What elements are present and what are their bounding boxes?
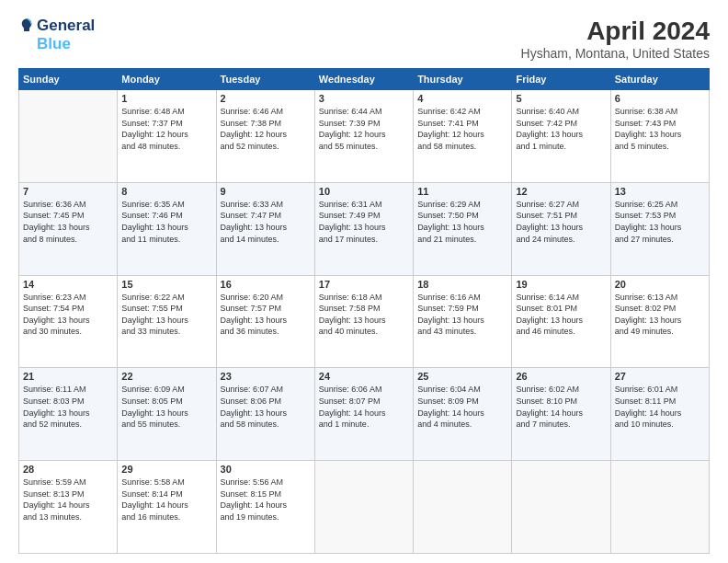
table-row: 17Sunrise: 6:18 AM Sunset: 7:58 PM Dayli…: [314, 275, 413, 368]
table-row: [414, 461, 512, 554]
day-number: 24: [319, 371, 409, 382]
calendar-header-row: Sunday Monday Tuesday Wednesday Thursday…: [19, 69, 710, 90]
day-number: 25: [417, 371, 507, 382]
day-info: Sunrise: 6:20 AM Sunset: 7:57 PM Dayligh…: [221, 292, 311, 338]
day-info: Sunrise: 6:27 AM Sunset: 7:51 PM Dayligh…: [516, 199, 606, 245]
day-number: 6: [615, 93, 705, 104]
day-info: Sunrise: 6:44 AM Sunset: 7:39 PM Dayligh…: [319, 106, 409, 152]
day-number: 15: [121, 279, 211, 290]
day-number: 28: [23, 464, 113, 475]
table-row: 21Sunrise: 6:11 AM Sunset: 8:03 PM Dayli…: [19, 368, 118, 461]
calendar-week-row: 21Sunrise: 6:11 AM Sunset: 8:03 PM Dayli…: [19, 368, 710, 461]
table-row: 19Sunrise: 6:14 AM Sunset: 8:01 PM Dayli…: [512, 275, 610, 368]
calendar-week-row: 28Sunrise: 5:59 AM Sunset: 8:13 PM Dayli…: [19, 461, 710, 554]
table-row: [314, 461, 413, 554]
table-row: 22Sunrise: 6:09 AM Sunset: 8:05 PM Dayli…: [118, 368, 216, 461]
day-number: 21: [23, 371, 113, 382]
day-number: 11: [417, 186, 507, 197]
header-monday: Monday: [118, 69, 216, 90]
day-number: 22: [121, 371, 211, 382]
header-saturday: Saturday: [610, 69, 709, 90]
header-tuesday: Tuesday: [216, 69, 314, 90]
logo-general: General: [37, 17, 95, 35]
header-thursday: Thursday: [414, 69, 512, 90]
day-number: 7: [23, 186, 113, 197]
day-number: 29: [121, 464, 211, 475]
day-number: 26: [516, 371, 606, 382]
day-number: 13: [615, 186, 705, 197]
day-info: Sunrise: 6:18 AM Sunset: 7:58 PM Dayligh…: [319, 292, 409, 338]
table-row: [512, 461, 610, 554]
day-number: 20: [615, 279, 705, 290]
table-row: 1Sunrise: 6:48 AM Sunset: 7:37 PM Daylig…: [118, 90, 216, 183]
day-number: 23: [221, 371, 311, 382]
calendar-week-row: 1Sunrise: 6:48 AM Sunset: 7:37 PM Daylig…: [19, 90, 710, 183]
table-row: 10Sunrise: 6:31 AM Sunset: 7:49 PM Dayli…: [314, 182, 413, 275]
day-number: 5: [516, 93, 606, 104]
day-info: Sunrise: 6:48 AM Sunset: 7:37 PM Dayligh…: [121, 106, 211, 152]
day-info: Sunrise: 6:36 AM Sunset: 7:45 PM Dayligh…: [23, 199, 113, 245]
calendar-week-row: 14Sunrise: 6:23 AM Sunset: 7:54 PM Dayli…: [19, 275, 710, 368]
title-block: April 2024 Hysham, Montana, United State…: [521, 17, 710, 61]
day-info: Sunrise: 6:42 AM Sunset: 7:41 PM Dayligh…: [417, 106, 507, 152]
day-info: Sunrise: 6:29 AM Sunset: 7:50 PM Dayligh…: [417, 199, 507, 245]
logo-icon: [18, 17, 35, 34]
day-info: Sunrise: 6:02 AM Sunset: 8:10 PM Dayligh…: [516, 384, 606, 430]
day-number: 16: [221, 279, 311, 290]
table-row: 3Sunrise: 6:44 AM Sunset: 7:39 PM Daylig…: [314, 90, 413, 183]
table-row: 25Sunrise: 6:04 AM Sunset: 8:09 PM Dayli…: [414, 368, 512, 461]
table-row: [610, 461, 709, 554]
day-info: Sunrise: 6:06 AM Sunset: 8:07 PM Dayligh…: [319, 384, 409, 430]
logo-blue: Blue: [37, 35, 71, 53]
header: General Blue April 2024 Hysham, Montana,…: [18, 17, 710, 61]
day-info: Sunrise: 6:07 AM Sunset: 8:06 PM Dayligh…: [221, 384, 311, 430]
table-row: 14Sunrise: 6:23 AM Sunset: 7:54 PM Dayli…: [19, 275, 118, 368]
table-row: 28Sunrise: 5:59 AM Sunset: 8:13 PM Dayli…: [19, 461, 118, 554]
day-info: Sunrise: 6:11 AM Sunset: 8:03 PM Dayligh…: [23, 384, 113, 430]
day-info: Sunrise: 6:14 AM Sunset: 8:01 PM Dayligh…: [516, 292, 606, 338]
table-row: 29Sunrise: 5:58 AM Sunset: 8:14 PM Dayli…: [118, 461, 216, 554]
table-row: 9Sunrise: 6:33 AM Sunset: 7:47 PM Daylig…: [216, 182, 314, 275]
day-number: 2: [221, 93, 311, 104]
table-row: 7Sunrise: 6:36 AM Sunset: 7:45 PM Daylig…: [19, 182, 118, 275]
day-number: 8: [121, 186, 211, 197]
page-subtitle: Hysham, Montana, United States: [521, 46, 710, 61]
table-row: 27Sunrise: 6:01 AM Sunset: 8:11 PM Dayli…: [610, 368, 709, 461]
day-number: 9: [221, 186, 311, 197]
day-number: 17: [319, 279, 409, 290]
day-number: 1: [121, 93, 211, 104]
table-row: 8Sunrise: 6:35 AM Sunset: 7:46 PM Daylig…: [118, 182, 216, 275]
day-info: Sunrise: 6:04 AM Sunset: 8:09 PM Dayligh…: [417, 384, 507, 430]
table-row: 30Sunrise: 5:56 AM Sunset: 8:15 PM Dayli…: [216, 461, 314, 554]
day-info: Sunrise: 5:58 AM Sunset: 8:14 PM Dayligh…: [121, 477, 211, 523]
day-info: Sunrise: 6:13 AM Sunset: 8:02 PM Dayligh…: [615, 292, 705, 338]
day-info: Sunrise: 6:16 AM Sunset: 7:59 PM Dayligh…: [417, 292, 507, 338]
table-row: 16Sunrise: 6:20 AM Sunset: 7:57 PM Dayli…: [216, 275, 314, 368]
day-info: Sunrise: 6:22 AM Sunset: 7:55 PM Dayligh…: [121, 292, 211, 338]
table-row: 18Sunrise: 6:16 AM Sunset: 7:59 PM Dayli…: [414, 275, 512, 368]
table-row: 20Sunrise: 6:13 AM Sunset: 8:02 PM Dayli…: [610, 275, 709, 368]
day-number: 19: [516, 279, 606, 290]
header-friday: Friday: [512, 69, 610, 90]
table-row: 12Sunrise: 6:27 AM Sunset: 7:51 PM Dayli…: [512, 182, 610, 275]
day-info: Sunrise: 6:23 AM Sunset: 7:54 PM Dayligh…: [23, 292, 113, 338]
day-info: Sunrise: 6:40 AM Sunset: 7:42 PM Dayligh…: [516, 106, 606, 152]
day-number: 3: [319, 93, 409, 104]
day-number: 27: [615, 371, 705, 382]
day-info: Sunrise: 6:46 AM Sunset: 7:38 PM Dayligh…: [221, 106, 311, 152]
day-number: 4: [417, 93, 507, 104]
table-row: 23Sunrise: 6:07 AM Sunset: 8:06 PM Dayli…: [216, 368, 314, 461]
page-title: April 2024: [521, 17, 710, 46]
day-number: 14: [23, 279, 113, 290]
day-number: 12: [516, 186, 606, 197]
table-row: 13Sunrise: 6:25 AM Sunset: 7:53 PM Dayli…: [610, 182, 709, 275]
header-sunday: Sunday: [19, 69, 118, 90]
day-info: Sunrise: 6:25 AM Sunset: 7:53 PM Dayligh…: [615, 199, 705, 245]
day-info: Sunrise: 6:01 AM Sunset: 8:11 PM Dayligh…: [615, 384, 705, 430]
day-info: Sunrise: 6:09 AM Sunset: 8:05 PM Dayligh…: [121, 384, 211, 430]
table-row: 15Sunrise: 6:22 AM Sunset: 7:55 PM Dayli…: [118, 275, 216, 368]
table-row: 6Sunrise: 6:38 AM Sunset: 7:43 PM Daylig…: [610, 90, 709, 183]
day-info: Sunrise: 6:33 AM Sunset: 7:47 PM Dayligh…: [221, 199, 311, 245]
day-info: Sunrise: 6:38 AM Sunset: 7:43 PM Dayligh…: [615, 106, 705, 152]
day-number: 30: [221, 464, 311, 475]
